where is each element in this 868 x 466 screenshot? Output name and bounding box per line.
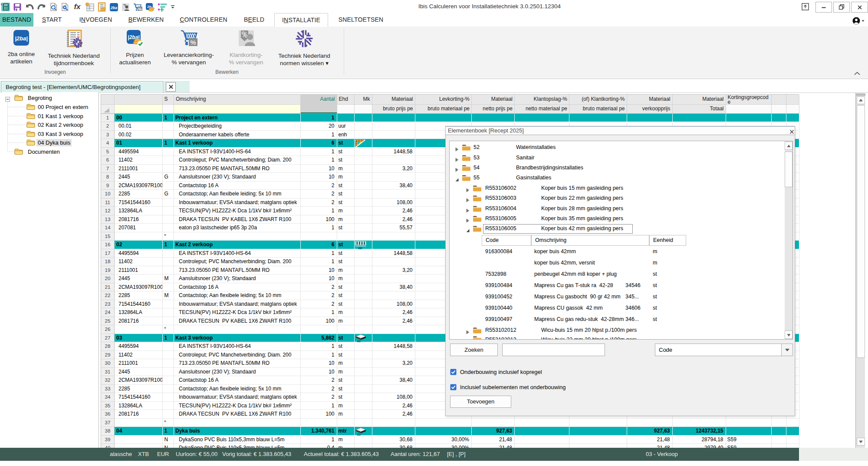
- svg-text:2ba: 2ba: [110, 5, 118, 10]
- svg-text:2D: 2D: [358, 246, 362, 249]
- svg-text:3D: 3D: [357, 433, 361, 436]
- svg-text:%: %: [190, 39, 196, 46]
- svg-text:|2ba|: |2ba|: [15, 35, 28, 42]
- svg-text:%: %: [138, 6, 142, 11]
- svg-text:3D: 3D: [357, 339, 361, 342]
